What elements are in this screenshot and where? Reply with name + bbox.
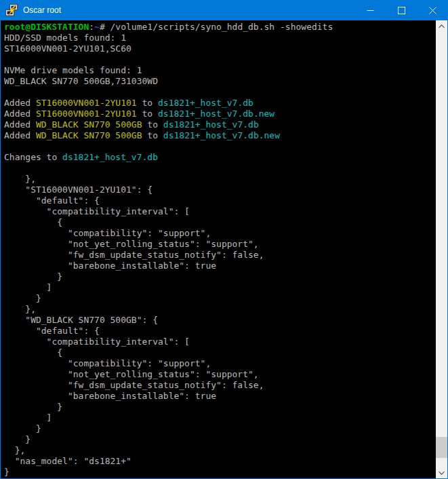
terminal-line: Added ST16000VN001-2YU101 to ds1821+_hos… — [4, 98, 436, 109]
terminal-line: "barebone_installable": true — [4, 261, 436, 271]
terminal-line: }, — [4, 304, 436, 315]
terminal-line: { — [4, 347, 436, 358]
terminal-line: ] — [4, 413, 436, 423]
terminal-line: "fw_dsm_update_status_notify": false, — [4, 380, 436, 391]
terminal-line: "not_yet_rolling_status": "support", — [4, 369, 436, 380]
terminal-line: NVMe drive models found: 1 — [4, 65, 436, 76]
caption-buttons — [354, 0, 448, 20]
terminal-line: "compatibility": "support", — [4, 228, 436, 239]
terminal-line: root@DISKSTATION:~# /volume1/scripts/syn… — [4, 22, 436, 33]
terminal-line: Added WD_BLACK SN770 500GB to ds1821+_ho… — [4, 119, 436, 130]
putty-window: Oscar root root@DISKSTATION:~# /volume1 — [0, 0, 448, 479]
terminal-line — [4, 141, 436, 152]
minimize-icon — [367, 7, 374, 14]
terminal-line: "default": { — [4, 326, 436, 337]
terminal-line: } — [4, 423, 436, 434]
terminal-line: "compatibility": "support", — [4, 358, 436, 369]
titlebar[interactable]: Oscar root — [0, 0, 448, 20]
terminal-line: } — [4, 467, 436, 478]
minimize-button[interactable] — [354, 0, 386, 20]
window-body: root@DISKSTATION:~# /volume1/scripts/syn… — [0, 20, 448, 479]
terminal-line: "barebone_installable": true — [4, 391, 436, 402]
terminal-line — [4, 87, 436, 98]
terminal-line: "default": { — [4, 195, 436, 206]
scroll-up-button[interactable] — [436, 20, 447, 32]
maximize-icon — [398, 7, 405, 14]
terminal-line: Changes to ds1821+_host_v7.db — [4, 152, 436, 163]
terminal-line: "fw_dsm_update_status_notify": false, — [4, 250, 436, 261]
scrollbar-thumb[interactable] — [436, 437, 447, 458]
terminal-line: ST16000VN001-2YU101,SC60 — [4, 43, 436, 54]
terminal-line: } — [4, 271, 436, 282]
terminal-line: ] — [4, 282, 436, 293]
terminal-line: WD_BLACK SN770 500GB,731030WD — [4, 76, 436, 87]
terminal-line: "compatibility_interval": [ — [4, 337, 436, 347]
terminal-line: "WD_BLACK SN770 500GB": { — [4, 315, 436, 326]
terminal-line: } — [4, 293, 436, 304]
terminal-line — [4, 54, 436, 65]
terminal-line: }, — [4, 174, 436, 185]
terminal-line: } — [4, 402, 436, 413]
scroll-down-button[interactable] — [436, 467, 447, 478]
terminal-line: } — [4, 434, 436, 445]
window-title: Oscar root — [23, 5, 354, 15]
terminal-line: { — [4, 217, 436, 228]
terminal-line: Added WD_BLACK SN770 500GB to ds1821+_ho… — [4, 130, 436, 141]
terminal-line — [4, 163, 436, 174]
terminal-line: "not_yet_rolling_status": "support", — [4, 239, 436, 250]
scrollbar[interactable] — [436, 20, 447, 478]
terminal-line: "nas_model": "ds1821+" — [4, 456, 436, 467]
terminal-output[interactable]: root@DISKSTATION:~# /volume1/scripts/syn… — [1, 20, 436, 478]
chevron-up-icon — [439, 24, 445, 28]
terminal-line: "ST16000VN001-2YU101": { — [4, 185, 436, 195]
putty-app-icon[interactable] — [5, 3, 18, 17]
close-icon — [429, 7, 436, 14]
terminal-line: "compatibility_interval": [ — [4, 206, 436, 217]
terminal-line: HDD/SSD models found: 1 — [4, 33, 436, 43]
maximize-button[interactable] — [386, 0, 417, 20]
close-button[interactable] — [417, 0, 448, 20]
terminal-line: Added ST16000VN001-2YU101 to ds1821+_hos… — [4, 109, 436, 119]
chevron-down-icon — [439, 471, 445, 475]
terminal-line: }, — [4, 445, 436, 456]
